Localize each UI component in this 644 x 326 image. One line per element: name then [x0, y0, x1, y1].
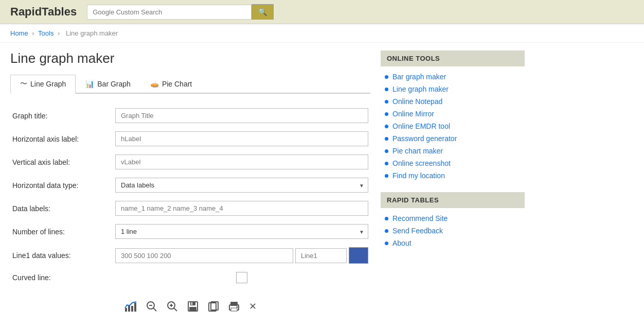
main-layout: Line graph maker 〜 Line Graph 📊 Bar Grap… [0, 43, 644, 322]
chart-icon [124, 301, 137, 312]
line-graph-icon: 〜 [20, 79, 27, 89]
curved-checkbox[interactable] [236, 272, 247, 283]
num-lines-label: Number of lines: [12, 228, 65, 236]
reset-button[interactable]: ✕ [246, 299, 260, 314]
num-lines-wrapper: 1 line 2 lines 3 lines 4 lines [115, 224, 368, 239]
copy-icon [208, 301, 219, 312]
num-lines-select[interactable]: 1 line 2 lines 3 lines 4 lines [115, 224, 368, 239]
list-item: Password generator [385, 132, 521, 145]
line1-label: Line1 data values: [12, 251, 71, 260]
bullet-icon [385, 112, 388, 116]
pie-chart-icon: 🥧 [150, 80, 159, 88]
zoom-out-button[interactable] [143, 299, 160, 314]
rapid-tables-list: Recommend Site Send Feedback About [381, 212, 525, 249]
svg-rect-12 [190, 302, 195, 305]
graph-form: Graph title: Horizontal axis label: Vert… [10, 104, 370, 287]
list-item: Online Mirror [385, 108, 521, 120]
h-data-type-wrapper: Data labels Numbers [115, 178, 368, 193]
rapid-tables-title: RAPID TABLES [381, 192, 525, 208]
bullet-icon [385, 242, 388, 245]
tab-bar-graph[interactable]: 📊 Bar Graph [76, 75, 140, 93]
copy-button[interactable] [205, 299, 222, 314]
svg-point-20 [236, 306, 238, 308]
svg-rect-13 [189, 307, 196, 311]
tab-bar-graph-label: Bar Graph [97, 80, 131, 88]
list-item: About [385, 237, 521, 249]
svg-line-6 [153, 308, 156, 311]
h-data-type-row: Horizontal data type: Data labels Number… [10, 174, 370, 197]
breadcrumb-tools[interactable]: Tools [38, 29, 53, 37]
sidebar-link-about[interactable]: About [392, 239, 412, 247]
sidebar-link-find-location[interactable]: Find my location [392, 171, 445, 180]
sidebar-link-pie-chart[interactable]: Pie chart maker [392, 147, 443, 155]
sidebar-link-online-mirror[interactable]: Online Mirror [392, 110, 434, 118]
sidebar-link-feedback[interactable]: Send Feedback [392, 227, 443, 235]
online-tools-list: Bar graph maker Line graph maker Online … [381, 71, 525, 182]
sidebar: ONLINE TOOLS Bar graph maker Line graph … [381, 50, 525, 314]
print-button[interactable] [225, 299, 243, 314]
bullet-icon [385, 149, 388, 153]
sidebar-link-online-emdr[interactable]: Online EMDR tool [392, 122, 450, 130]
sidebar-link-password-gen[interactable]: Password generator [392, 134, 457, 143]
bullet-icon [385, 229, 388, 233]
header: RapidTables 🔍 [0, 0, 644, 24]
toolbar: ✕ [10, 294, 370, 314]
sidebar-link-bar-graph-maker[interactable]: Bar graph maker [392, 73, 446, 81]
graph-title-label: Graph title: [12, 112, 47, 120]
h-axis-row: Horizontal axis label: [10, 127, 370, 150]
list-item: Line graph maker [385, 83, 521, 95]
online-tools-section: ONLINE TOOLS Bar graph maker Line graph … [381, 50, 525, 182]
breadcrumb-current: Line graph maker [66, 29, 118, 37]
content-area: Line graph maker 〜 Line Graph 📊 Bar Grap… [10, 50, 370, 314]
data-labels-input[interactable] [115, 201, 368, 216]
svg-rect-0 [125, 308, 127, 312]
breadcrumb: Home › Tools › Line graph maker [0, 24, 644, 43]
sidebar-link-line-graph-maker[interactable]: Line graph maker [392, 85, 449, 93]
list-item: Online EMDR tool [385, 120, 521, 132]
search-button[interactable]: 🔍 [252, 4, 274, 20]
h-data-type-select[interactable]: Data labels Numbers [115, 178, 368, 193]
h-axis-input[interactable] [115, 131, 368, 146]
chart-button[interactable] [121, 299, 140, 314]
reset-icon: ✕ [249, 301, 257, 312]
h-axis-label: Horizontal axis label: [12, 135, 79, 143]
zoom-in-icon [167, 301, 178, 312]
bullet-icon [385, 125, 388, 128]
v-axis-row: Vertical axis label: [10, 150, 370, 174]
line1-inputs [115, 247, 368, 264]
bullet-icon [385, 100, 388, 104]
svg-rect-2 [131, 306, 133, 312]
save-icon [187, 301, 199, 312]
line1-row: Line1 data values: [10, 243, 370, 268]
list-item: Bar graph maker [385, 71, 521, 83]
graph-title-input[interactable] [115, 108, 368, 123]
bullet-icon [385, 217, 388, 220]
svg-rect-3 [134, 303, 136, 312]
list-item: Pie chart maker [385, 145, 521, 157]
zoom-in-button[interactable] [164, 299, 181, 314]
data-labels-row: Data labels: [10, 197, 370, 220]
line1-values-input[interactable] [115, 248, 293, 263]
tab-line-graph[interactable]: 〜 Line Graph [10, 75, 76, 94]
save-button[interactable] [184, 299, 202, 314]
list-item: Send Feedback [385, 225, 521, 237]
page-title: Line graph maker [10, 50, 370, 66]
breadcrumb-sep1: › [32, 29, 34, 37]
logo[interactable]: RapidTables [10, 5, 77, 19]
search-input[interactable] [87, 5, 252, 20]
line1-name-input[interactable] [295, 248, 347, 263]
bullet-icon [385, 162, 388, 165]
svg-rect-14 [191, 302, 192, 305]
breadcrumb-sep2: › [58, 29, 60, 37]
sidebar-link-online-screenshot[interactable]: Online screenshot [392, 159, 451, 167]
sidebar-link-recommend[interactable]: Recommend Site [392, 214, 448, 222]
breadcrumb-home[interactable]: Home [10, 29, 28, 37]
line1-color-button[interactable] [349, 247, 368, 264]
list-item: Recommend Site [385, 212, 521, 225]
bullet-icon [385, 75, 388, 79]
data-labels-label: Data labels: [12, 204, 50, 213]
online-tools-title: ONLINE TOOLS [381, 50, 525, 66]
v-axis-input[interactable] [115, 155, 368, 169]
sidebar-link-online-notepad[interactable]: Online Notepad [392, 97, 442, 106]
tab-pie-chart[interactable]: 🥧 Pie Chart [140, 75, 202, 93]
